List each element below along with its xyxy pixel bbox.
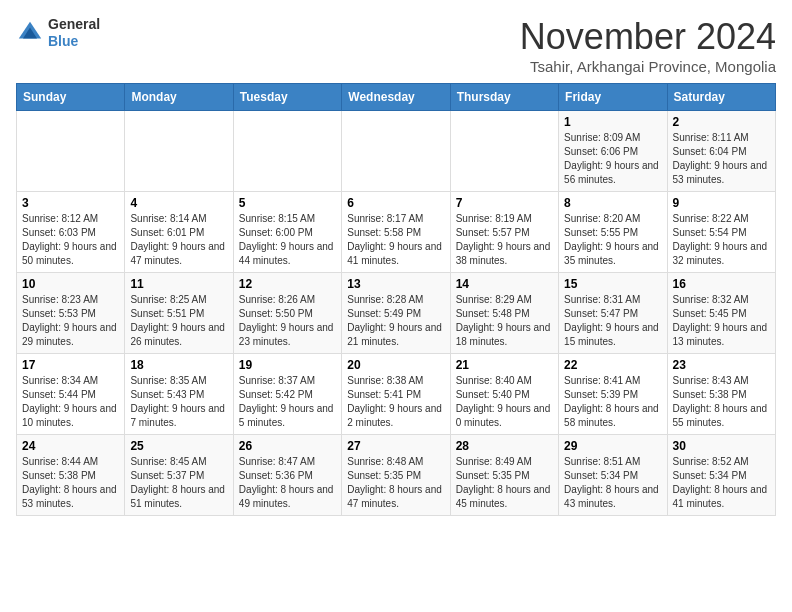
calendar-cell: 4Sunrise: 8:14 AMSunset: 6:01 PMDaylight…: [125, 192, 233, 273]
weekday-header: Monday: [125, 84, 233, 111]
day-number: 12: [239, 277, 336, 291]
calendar-table: SundayMondayTuesdayWednesdayThursdayFrid…: [16, 83, 776, 516]
calendar-cell: 27Sunrise: 8:48 AMSunset: 5:35 PMDayligh…: [342, 435, 450, 516]
calendar-cell: 30Sunrise: 8:52 AMSunset: 5:34 PMDayligh…: [667, 435, 775, 516]
day-number: 14: [456, 277, 553, 291]
day-info: Sunrise: 8:29 AMSunset: 5:48 PMDaylight:…: [456, 293, 553, 349]
calendar-cell: 19Sunrise: 8:37 AMSunset: 5:42 PMDayligh…: [233, 354, 341, 435]
day-info: Sunrise: 8:25 AMSunset: 5:51 PMDaylight:…: [130, 293, 227, 349]
weekday-header: Wednesday: [342, 84, 450, 111]
day-number: 11: [130, 277, 227, 291]
day-info: Sunrise: 8:20 AMSunset: 5:55 PMDaylight:…: [564, 212, 661, 268]
logo-text-blue: Blue: [48, 33, 100, 50]
day-info: Sunrise: 8:32 AMSunset: 5:45 PMDaylight:…: [673, 293, 770, 349]
day-number: 26: [239, 439, 336, 453]
day-number: 24: [22, 439, 119, 453]
calendar-cell: 1Sunrise: 8:09 AMSunset: 6:06 PMDaylight…: [559, 111, 667, 192]
day-number: 22: [564, 358, 661, 372]
day-info: Sunrise: 8:15 AMSunset: 6:00 PMDaylight:…: [239, 212, 336, 268]
calendar-cell: 17Sunrise: 8:34 AMSunset: 5:44 PMDayligh…: [17, 354, 125, 435]
calendar-cell: 16Sunrise: 8:32 AMSunset: 5:45 PMDayligh…: [667, 273, 775, 354]
weekday-header: Saturday: [667, 84, 775, 111]
calendar-cell: 5Sunrise: 8:15 AMSunset: 6:00 PMDaylight…: [233, 192, 341, 273]
day-info: Sunrise: 8:11 AMSunset: 6:04 PMDaylight:…: [673, 131, 770, 187]
calendar-cell: 21Sunrise: 8:40 AMSunset: 5:40 PMDayligh…: [450, 354, 558, 435]
day-number: 5: [239, 196, 336, 210]
day-info: Sunrise: 8:49 AMSunset: 5:35 PMDaylight:…: [456, 455, 553, 511]
day-number: 9: [673, 196, 770, 210]
day-info: Sunrise: 8:34 AMSunset: 5:44 PMDaylight:…: [22, 374, 119, 430]
calendar-cell: 22Sunrise: 8:41 AMSunset: 5:39 PMDayligh…: [559, 354, 667, 435]
day-info: Sunrise: 8:35 AMSunset: 5:43 PMDaylight:…: [130, 374, 227, 430]
day-info: Sunrise: 8:51 AMSunset: 5:34 PMDaylight:…: [564, 455, 661, 511]
calendar-cell: 28Sunrise: 8:49 AMSunset: 5:35 PMDayligh…: [450, 435, 558, 516]
day-number: 29: [564, 439, 661, 453]
day-info: Sunrise: 8:19 AMSunset: 5:57 PMDaylight:…: [456, 212, 553, 268]
day-number: 18: [130, 358, 227, 372]
calendar-cell: 2Sunrise: 8:11 AMSunset: 6:04 PMDaylight…: [667, 111, 775, 192]
day-number: 1: [564, 115, 661, 129]
day-number: 8: [564, 196, 661, 210]
day-number: 25: [130, 439, 227, 453]
day-info: Sunrise: 8:40 AMSunset: 5:40 PMDaylight:…: [456, 374, 553, 430]
calendar-cell: 14Sunrise: 8:29 AMSunset: 5:48 PMDayligh…: [450, 273, 558, 354]
weekday-header: Thursday: [450, 84, 558, 111]
day-number: 20: [347, 358, 444, 372]
day-number: 3: [22, 196, 119, 210]
day-number: 15: [564, 277, 661, 291]
logo: General Blue: [16, 16, 100, 50]
logo-icon: [16, 19, 44, 47]
day-number: 28: [456, 439, 553, 453]
day-info: Sunrise: 8:48 AMSunset: 5:35 PMDaylight:…: [347, 455, 444, 511]
calendar-cell: [233, 111, 341, 192]
day-number: 21: [456, 358, 553, 372]
day-info: Sunrise: 8:09 AMSunset: 6:06 PMDaylight:…: [564, 131, 661, 187]
day-info: Sunrise: 8:47 AMSunset: 5:36 PMDaylight:…: [239, 455, 336, 511]
calendar-week-row: 1Sunrise: 8:09 AMSunset: 6:06 PMDaylight…: [17, 111, 776, 192]
calendar-cell: 3Sunrise: 8:12 AMSunset: 6:03 PMDaylight…: [17, 192, 125, 273]
day-info: Sunrise: 8:44 AMSunset: 5:38 PMDaylight:…: [22, 455, 119, 511]
day-info: Sunrise: 8:12 AMSunset: 6:03 PMDaylight:…: [22, 212, 119, 268]
calendar-cell: 18Sunrise: 8:35 AMSunset: 5:43 PMDayligh…: [125, 354, 233, 435]
day-info: Sunrise: 8:26 AMSunset: 5:50 PMDaylight:…: [239, 293, 336, 349]
day-info: Sunrise: 8:22 AMSunset: 5:54 PMDaylight:…: [673, 212, 770, 268]
day-info: Sunrise: 8:14 AMSunset: 6:01 PMDaylight:…: [130, 212, 227, 268]
title-area: November 2024 Tsahir, Arkhangai Province…: [520, 16, 776, 75]
day-number: 6: [347, 196, 444, 210]
calendar-cell: 29Sunrise: 8:51 AMSunset: 5:34 PMDayligh…: [559, 435, 667, 516]
calendar-cell: 13Sunrise: 8:28 AMSunset: 5:49 PMDayligh…: [342, 273, 450, 354]
weekday-header: Sunday: [17, 84, 125, 111]
calendar-cell: 15Sunrise: 8:31 AMSunset: 5:47 PMDayligh…: [559, 273, 667, 354]
calendar-cell: [450, 111, 558, 192]
day-info: Sunrise: 8:28 AMSunset: 5:49 PMDaylight:…: [347, 293, 444, 349]
calendar-cell: 11Sunrise: 8:25 AMSunset: 5:51 PMDayligh…: [125, 273, 233, 354]
day-number: 2: [673, 115, 770, 129]
weekday-header-row: SundayMondayTuesdayWednesdayThursdayFrid…: [17, 84, 776, 111]
calendar-cell: 9Sunrise: 8:22 AMSunset: 5:54 PMDaylight…: [667, 192, 775, 273]
calendar-cell: 20Sunrise: 8:38 AMSunset: 5:41 PMDayligh…: [342, 354, 450, 435]
day-info: Sunrise: 8:23 AMSunset: 5:53 PMDaylight:…: [22, 293, 119, 349]
calendar-cell: [17, 111, 125, 192]
day-number: 4: [130, 196, 227, 210]
day-number: 13: [347, 277, 444, 291]
day-info: Sunrise: 8:38 AMSunset: 5:41 PMDaylight:…: [347, 374, 444, 430]
calendar-cell: 26Sunrise: 8:47 AMSunset: 5:36 PMDayligh…: [233, 435, 341, 516]
day-number: 23: [673, 358, 770, 372]
calendar-cell: 8Sunrise: 8:20 AMSunset: 5:55 PMDaylight…: [559, 192, 667, 273]
day-info: Sunrise: 8:37 AMSunset: 5:42 PMDaylight:…: [239, 374, 336, 430]
month-title: November 2024: [520, 16, 776, 58]
calendar-cell: [342, 111, 450, 192]
calendar-cell: 23Sunrise: 8:43 AMSunset: 5:38 PMDayligh…: [667, 354, 775, 435]
day-number: 16: [673, 277, 770, 291]
weekday-header: Friday: [559, 84, 667, 111]
calendar-week-row: 17Sunrise: 8:34 AMSunset: 5:44 PMDayligh…: [17, 354, 776, 435]
page-header: General Blue November 2024 Tsahir, Arkha…: [16, 16, 776, 75]
calendar-cell: [125, 111, 233, 192]
calendar-cell: 25Sunrise: 8:45 AMSunset: 5:37 PMDayligh…: [125, 435, 233, 516]
calendar-week-row: 24Sunrise: 8:44 AMSunset: 5:38 PMDayligh…: [17, 435, 776, 516]
day-info: Sunrise: 8:31 AMSunset: 5:47 PMDaylight:…: [564, 293, 661, 349]
subtitle: Tsahir, Arkhangai Province, Mongolia: [520, 58, 776, 75]
day-info: Sunrise: 8:43 AMSunset: 5:38 PMDaylight:…: [673, 374, 770, 430]
day-info: Sunrise: 8:41 AMSunset: 5:39 PMDaylight:…: [564, 374, 661, 430]
calendar-cell: 12Sunrise: 8:26 AMSunset: 5:50 PMDayligh…: [233, 273, 341, 354]
